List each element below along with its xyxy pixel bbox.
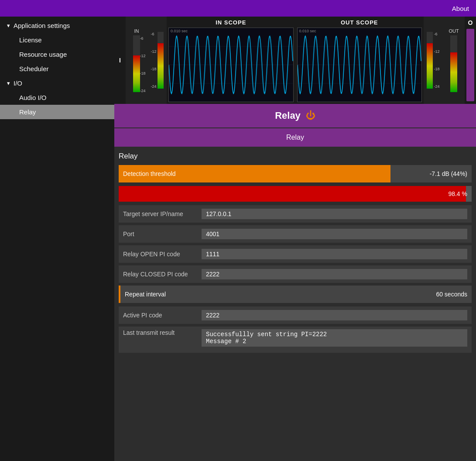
- out-label-section: O: [465, 17, 476, 104]
- in-label: I: [114, 17, 126, 104]
- repeat-value: 60 seconds: [436, 291, 472, 298]
- out-label: O: [468, 19, 473, 26]
- sidebar-item-label: Audio I/O: [19, 94, 47, 101]
- sidebar-item-resource-usage[interactable]: Resource usage: [0, 47, 114, 62]
- in-scope-time: 0.010 sec: [171, 29, 188, 33]
- power-icon[interactable]: ⏻: [306, 110, 315, 121]
- relay-closed-pi-row: Relay CLOSED PI code 2222: [119, 265, 472, 283]
- out-vu-meter: OUT: [443, 17, 465, 104]
- content-area: I IN -6-12-18-24 -6-12-18-24: [114, 17, 476, 461]
- sidebar-item-label: Application settings: [14, 22, 70, 29]
- last-transmit-value: Successfullly sent string PI=2222 Messag…: [202, 329, 467, 347]
- in-scope-canvas-wrapper: 0.010 sec: [168, 28, 294, 102]
- relay-title: Relay: [275, 110, 301, 121]
- sidebar-item-label: Scheduler: [19, 65, 49, 72]
- relay-open-pi-row: Relay OPEN PI code 1111: [119, 245, 472, 263]
- relay-sub-title: Relay: [286, 134, 304, 141]
- sidebar-item-application-settings[interactable]: ▾ Application settings: [0, 18, 114, 33]
- repeat-interval-row[interactable]: Repeat interval 60 seconds: [119, 286, 472, 303]
- in-scope-section: IN SCOPE 0.010 sec: [167, 17, 295, 104]
- sidebar-item-audio-io[interactable]: Audio I/O: [0, 90, 114, 105]
- repeat-label: Repeat interval: [119, 291, 436, 298]
- sidebar-item-label: I/O: [14, 79, 22, 87]
- port-label: Port: [123, 230, 202, 237]
- in-scope-label: IN SCOPE: [168, 19, 294, 26]
- sidebar-item-relay[interactable]: Relay: [0, 105, 114, 119]
- out-scope-canvas-wrapper: 0.010 sec: [297, 28, 422, 102]
- sidebar-item-license[interactable]: License: [0, 33, 114, 47]
- port-row: Port 4001: [119, 225, 472, 243]
- target-server-value[interactable]: 127.0.0.1: [202, 209, 467, 219]
- threshold-label: Detection threshold: [119, 170, 430, 177]
- chevron-down-icon: ▾: [7, 80, 10, 86]
- out-scope-label: OUT SCOPE: [297, 19, 422, 26]
- last-transmit-label: Last transmit result: [123, 329, 202, 336]
- in-vu-scale: -6-12-18-24: [147, 17, 167, 104]
- relay-section-title: Relay: [119, 152, 472, 161]
- sidebar: ▾ Application settings License Resource …: [0, 17, 114, 461]
- level-bar-row: 98.4 %: [119, 186, 472, 202]
- active-pi-label: Active PI code: [123, 312, 202, 319]
- chevron-down-icon: ▾: [7, 22, 10, 29]
- relay-section: Relay Detection threshold -7.1 dB (44%) …: [114, 147, 476, 461]
- relay-header: Relay ⏻: [114, 104, 476, 127]
- relay-open-pi-value[interactable]: 1111: [202, 249, 467, 259]
- in-channel-label: IN: [134, 28, 139, 34]
- threshold-value: -7.1 dB (44%): [430, 170, 472, 177]
- last-transmit-row: Last transmit result Successfullly sent …: [119, 327, 472, 353]
- out-scope-time: 0.010 sec: [299, 29, 316, 33]
- sidebar-item-io[interactable]: ▾ I/O: [0, 76, 114, 90]
- in-scope-canvas: [169, 28, 293, 102]
- out-scope-section: OUT SCOPE 0.010 sec: [295, 17, 424, 104]
- out-vu-scale: -6-12-18-24: [424, 17, 443, 104]
- relay-closed-pi-value[interactable]: 2222: [202, 269, 467, 279]
- about-link[interactable]: About: [452, 5, 469, 12]
- scope-bar: I IN -6-12-18-24 -6-12-18-24: [114, 17, 476, 104]
- in-vu-meter: IN -6-12-18-24: [126, 17, 147, 104]
- port-value[interactable]: 4001: [202, 229, 467, 239]
- out-scope-canvas: [298, 28, 422, 102]
- sidebar-item-label: License: [19, 36, 42, 44]
- detection-threshold-row[interactable]: Detection threshold -7.1 dB (44%): [119, 165, 472, 182]
- main-layout: ▾ Application settings License Resource …: [0, 17, 476, 461]
- out-purple-bar: [466, 29, 474, 101]
- top-bar: About: [0, 0, 476, 17]
- relay-open-pi-label: Relay OPEN PI code: [123, 251, 202, 258]
- sidebar-item-label: Resource usage: [19, 51, 67, 58]
- relay-sub-header: Relay: [114, 128, 476, 147]
- out-channel-label: OUT: [449, 28, 459, 34]
- target-server-row: Target server IP/name 127.0.0.1: [119, 205, 472, 223]
- sidebar-item-label: Relay: [19, 108, 36, 116]
- relay-closed-pi-label: Relay CLOSED PI code: [123, 271, 202, 278]
- target-server-label: Target server IP/name: [123, 210, 202, 217]
- active-pi-value[interactable]: 2222: [202, 310, 467, 320]
- sidebar-item-scheduler[interactable]: Scheduler: [0, 62, 114, 76]
- level-bar-value: 98.4 %: [119, 190, 472, 197]
- active-pi-row: Active PI code 2222: [119, 306, 472, 324]
